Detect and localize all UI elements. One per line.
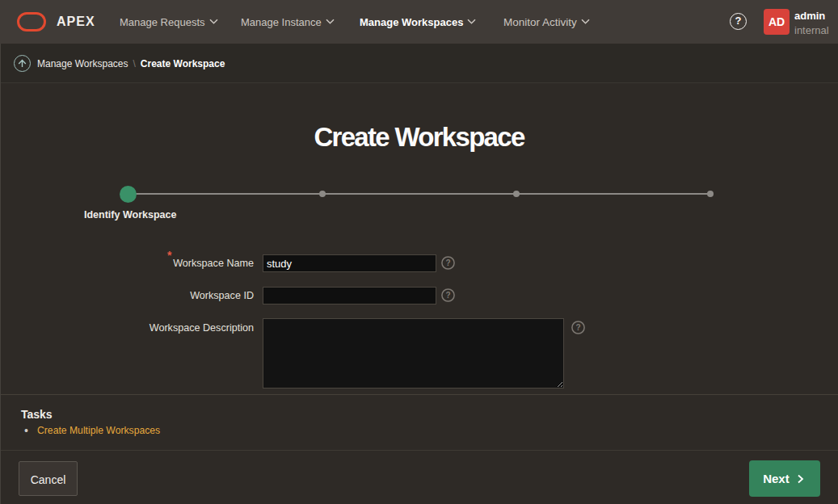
svg-text:?: ? <box>575 323 580 332</box>
svg-text:?: ? <box>445 258 450 267</box>
svg-text:?: ? <box>445 291 450 300</box>
